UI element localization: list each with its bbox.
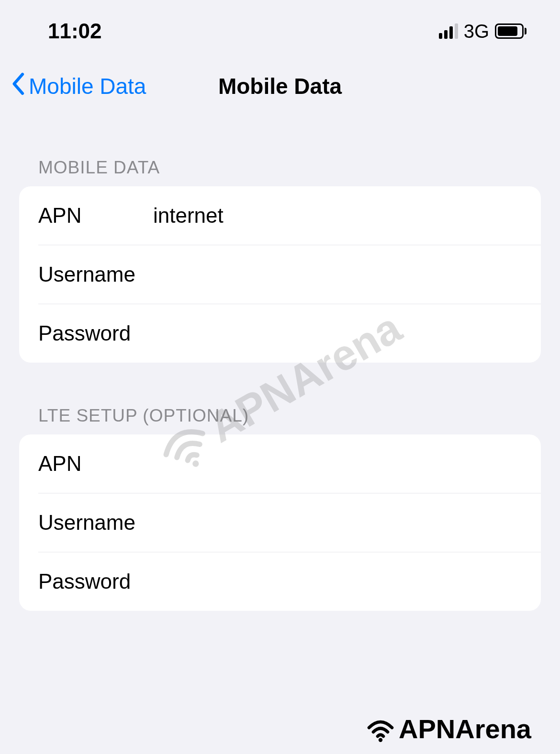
username-input[interactable]	[153, 263, 522, 286]
row-lte-username[interactable]: Username	[19, 493, 541, 552]
cellular-signal-icon	[439, 23, 458, 39]
back-label: Mobile Data	[29, 73, 146, 99]
battery-icon	[495, 23, 526, 39]
lte-apn-label: APN	[38, 452, 153, 476]
content-area: MOBILE DATA APN Username Password LTE SE…	[0, 114, 560, 611]
apn-input[interactable]	[153, 204, 522, 228]
apn-label: APN	[38, 204, 153, 228]
status-time: 11:02	[48, 19, 102, 43]
lte-apn-input[interactable]	[153, 452, 522, 476]
lte-username-input[interactable]	[153, 511, 522, 535]
lte-username-label: Username	[38, 511, 153, 535]
status-bar: 11:02 3G	[0, 0, 560, 57]
watermark-bottom: APNArena	[366, 713, 531, 744]
section-header-lte-setup: LTE SETUP (OPTIONAL)	[19, 363, 541, 434]
navigation-bar: Mobile Data Mobile Data	[0, 57, 560, 114]
section-card-mobile-data: APN Username Password	[19, 186, 541, 363]
row-apn[interactable]: APN	[19, 186, 541, 245]
section-header-mobile-data: MOBILE DATA	[19, 114, 541, 186]
wifi-icon	[366, 715, 395, 743]
status-indicators: 3G	[439, 21, 526, 42]
username-label: Username	[38, 263, 153, 286]
back-button[interactable]: Mobile Data	[10, 72, 146, 100]
row-lte-password[interactable]: Password	[19, 552, 541, 611]
password-input[interactable]	[153, 321, 522, 345]
row-password[interactable]: Password	[19, 304, 541, 363]
network-type: 3G	[464, 21, 489, 42]
svg-point-1	[379, 738, 382, 742]
row-username[interactable]: Username	[19, 245, 541, 304]
section-card-lte-setup: APN Username Password	[19, 434, 541, 611]
page-title: Mobile Data	[218, 73, 342, 99]
lte-password-label: Password	[38, 570, 153, 594]
lte-password-input[interactable]	[153, 570, 522, 594]
chevron-left-icon	[10, 72, 26, 100]
row-lte-apn[interactable]: APN	[19, 434, 541, 493]
password-label: Password	[38, 321, 153, 345]
watermark-text: APNArena	[399, 713, 531, 744]
